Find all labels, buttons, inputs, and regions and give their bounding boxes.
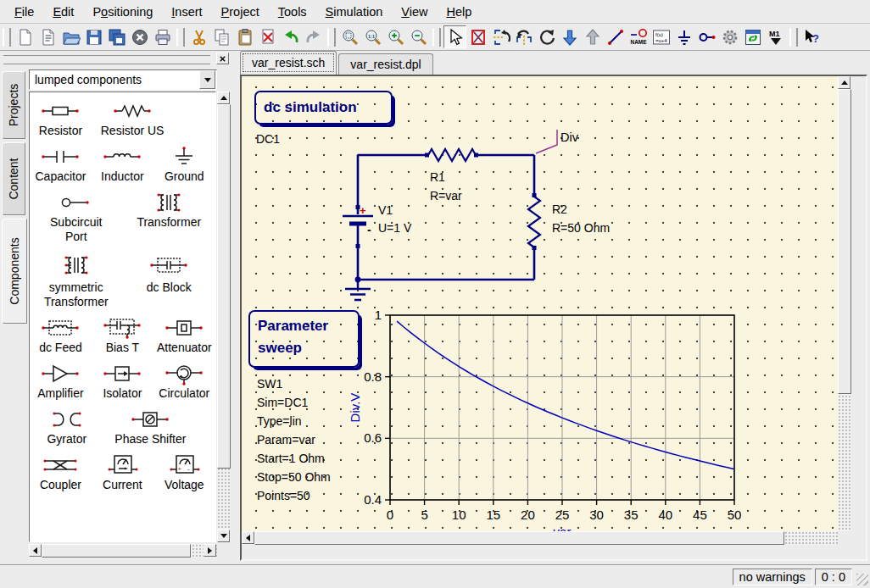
chevron-down-icon[interactable]: [199, 70, 215, 89]
canvas-vertical-scrollbar[interactable]: [838, 76, 851, 545]
copy-button[interactable]: [210, 25, 233, 48]
deactivate-component-button[interactable]: [466, 25, 489, 48]
whats-this-help-button[interactable]: [800, 25, 823, 48]
palette-item-current[interactable]: Current: [92, 452, 153, 494]
scrollbar-thumb[interactable]: [42, 544, 191, 557]
sidebar-tab-projects[interactable]: Projects: [2, 71, 25, 139]
parameter-sweep-properties[interactable]: SW1 Sim=DC1 Type=lin Param=var Start=1 O…: [257, 374, 331, 505]
wire-label-div[interactable]: Div: [536, 130, 579, 153]
component-category-select[interactable]: lumped components: [29, 69, 217, 90]
toolbar-handle[interactable]: [176, 28, 185, 47]
ground-symbol[interactable]: [345, 280, 371, 300]
palette-item-resistor-us[interactable]: Resistor US: [92, 97, 173, 140]
print-button[interactable]: [151, 25, 174, 48]
circuit-wires[interactable]: [358, 155, 534, 280]
schematic-canvas[interactable]: dc simulation DC1 Parameter sweep SW1 Si…: [242, 76, 851, 545]
cut-button[interactable]: [187, 25, 210, 48]
scroll-up-button[interactable]: [838, 76, 850, 89]
zoom-1-1-button[interactable]: [361, 25, 384, 48]
palette-item-isolator[interactable]: Isolator: [92, 360, 153, 402]
delete-button[interactable]: [256, 25, 279, 48]
scrollbar-thumb[interactable]: [217, 104, 231, 469]
canvas-horizontal-scrollbar[interactable]: [242, 531, 851, 545]
component-r1[interactable]: R1 R=var: [425, 149, 478, 202]
insert-port-button[interactable]: [695, 25, 718, 48]
menu-positioning[interactable]: Positioning: [83, 3, 162, 21]
palette-item-bias-t[interactable]: Bias T: [92, 314, 153, 357]
toolbar-handle[interactable]: [789, 28, 798, 47]
dock-grip[interactable]: [3, 55, 210, 65]
menu-edit[interactable]: Edit: [43, 3, 83, 21]
new-document-button[interactable]: [14, 25, 36, 48]
palette-item-capacitor[interactable]: Capacitor: [30, 143, 92, 186]
save-all-button[interactable]: [105, 25, 128, 48]
palette-item-subcircuit-port[interactable]: Subcircuit Port: [30, 189, 123, 246]
menu-file[interactable]: File: [5, 3, 43, 21]
redo-button[interactable]: [302, 25, 325, 48]
scroll-up-button[interactable]: [217, 92, 230, 104]
scroll-right-button[interactable]: [204, 544, 216, 557]
component-r2[interactable]: R2 R=50 Ohm: [528, 193, 610, 250]
tab-var-resist-sch[interactable]: var_resist.sch: [240, 51, 337, 75]
save-document-button[interactable]: [82, 25, 105, 48]
palette-horizontal-scrollbar[interactable]: [29, 544, 217, 557]
palette-item-voltage[interactable]: Voltage: [153, 452, 215, 494]
simulate-button[interactable]: [741, 25, 764, 48]
cartesian-diagram[interactable]: 051015202530354045500.40.60.81varDiv.V: [348, 308, 741, 539]
palette-item-coupler[interactable]: Coupler: [30, 452, 92, 494]
insert-wire-label-button[interactable]: [627, 25, 650, 48]
resize-grip[interactable]: [856, 574, 868, 585]
zoom-in-button[interactable]: [384, 25, 407, 48]
toolbar-handle[interactable]: [3, 28, 11, 47]
set-marker-button[interactable]: [764, 25, 787, 48]
document-settings-button[interactable]: [718, 25, 741, 48]
insert-wire-button[interactable]: [604, 25, 627, 48]
undo-button[interactable]: [279, 25, 302, 48]
toolbar-handle[interactable]: [327, 28, 336, 47]
insert-equation-button[interactable]: [650, 25, 672, 48]
mirror-y-axis-button[interactable]: [512, 25, 535, 48]
paste-button[interactable]: [233, 25, 256, 48]
go-into-subcircuit-button[interactable]: [558, 25, 581, 48]
palette-item-dc-block[interactable]: dc Block: [123, 249, 216, 311]
menu-help[interactable]: Help: [438, 3, 482, 21]
dock-header[interactable]: [2, 53, 229, 66]
palette-item-ground[interactable]: Ground: [153, 143, 215, 186]
palette-item-dc-feed[interactable]: dc Feed: [30, 314, 92, 357]
scroll-down-button[interactable]: [217, 530, 230, 542]
palette-vertical-scrollbar[interactable]: [217, 92, 231, 542]
menu-insert[interactable]: Insert: [162, 3, 211, 21]
menu-simulation[interactable]: Simulation: [316, 3, 393, 21]
palette-item-inductor[interactable]: Inductor: [92, 143, 153, 186]
menu-view[interactable]: View: [392, 3, 437, 21]
scrollbar-thumb[interactable]: [254, 531, 784, 545]
toolbar-handle[interactable]: [432, 28, 441, 47]
palette-item-symmetric-transformer[interactable]: symmetric Transformer: [30, 249, 123, 311]
rotate-button[interactable]: [535, 25, 558, 48]
dock-close-button[interactable]: [216, 53, 229, 64]
palette-item-resistor[interactable]: Resistor: [30, 97, 92, 140]
open-document-button[interactable]: [59, 25, 82, 48]
zoom-fit-button[interactable]: [338, 25, 361, 48]
close-document-button[interactable]: [128, 25, 151, 48]
sidebar-tab-components[interactable]: Components: [2, 219, 27, 324]
parameter-sweep-box[interactable]: Parameter sweep: [248, 310, 360, 368]
palette-item-phase-shifter[interactable]: Phase Shifter: [104, 406, 198, 448]
scroll-left-button[interactable]: [242, 531, 254, 544]
select-mode-button[interactable]: [443, 25, 466, 48]
mirror-x-axis-button[interactable]: [489, 25, 512, 48]
scrollbar-thumb[interactable]: [838, 89, 851, 394]
menu-project[interactable]: Project: [212, 3, 269, 21]
dc-simulation-box[interactable]: dc simulation: [254, 91, 393, 125]
sidebar-tab-content[interactable]: Content: [2, 142, 25, 215]
menu-tools[interactable]: Tools: [269, 3, 316, 21]
palette-item-attenuator[interactable]: Attenuator: [153, 314, 215, 357]
component-v1[interactable]: + - V1 U=1 V: [343, 203, 412, 248]
palette-item-circulator[interactable]: Circulator: [153, 360, 215, 402]
palette-item-amplifier[interactable]: Amplifier: [30, 360, 92, 402]
palette-item-gyrator[interactable]: Gyrator: [30, 406, 104, 448]
pop-out-button[interactable]: [581, 25, 604, 48]
scroll-left-button[interactable]: [29, 544, 42, 557]
palette-item-transformer[interactable]: Transformer: [123, 189, 216, 246]
insert-ground-button[interactable]: [672, 25, 695, 48]
